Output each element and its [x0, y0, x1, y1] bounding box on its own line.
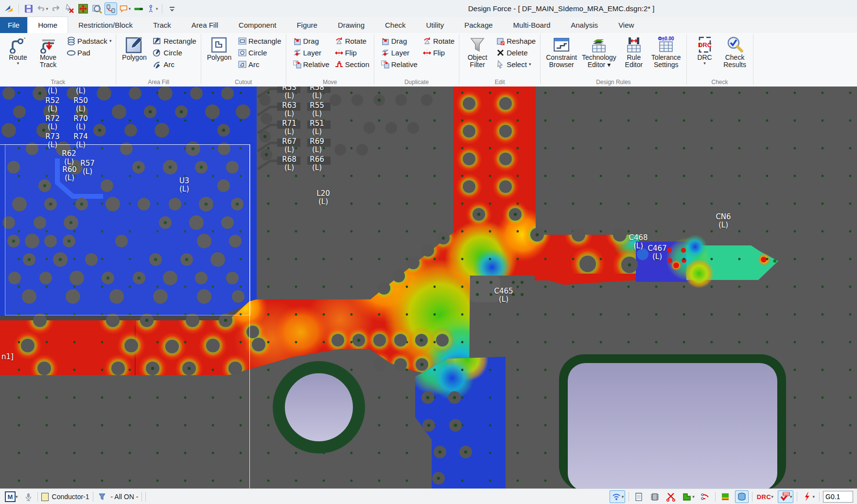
ribbon-group-track: Route▾Move TrackPadstack ▾PadTrack	[0, 33, 116, 87]
polygon-button[interactable]: Polygon	[120, 35, 149, 62]
layer-button[interactable]: Layer	[379, 47, 419, 58]
reference-label: C467 (L)	[647, 244, 666, 261]
tolerance-settings-button[interactable]: Φ±0.00Tolerance Settings	[649, 35, 683, 70]
constraint-browser-button[interactable]: Constraint Browser	[544, 35, 579, 70]
microphone-icon[interactable]	[22, 491, 34, 503]
save-button[interactable]	[23, 3, 35, 15]
button-label: Polygon	[207, 54, 232, 61]
reshape-button[interactable]: Reshape	[494, 35, 537, 47]
more-commands-button[interactable]	[166, 3, 178, 15]
wifi-button[interactable]: ▾	[610, 490, 626, 503]
reference-label: C468 (L)	[629, 234, 647, 250]
rule-editor-button[interactable]: Rule Editor	[619, 35, 648, 70]
post-check-button[interactable]: POST▾	[778, 490, 794, 503]
filter-state[interactable]: - All ON -	[111, 493, 139, 501]
flip-button[interactable]: Flip	[421, 47, 456, 58]
tab-file[interactable]: File	[0, 17, 27, 33]
bolt-icon	[802, 491, 812, 502]
tab-package[interactable]: Package	[454, 17, 503, 33]
pad-button[interactable]: Pad	[65, 47, 113, 58]
circle-button[interactable]: Circle	[151, 47, 198, 58]
tab-component[interactable]: Component	[228, 17, 287, 33]
comment-button[interactable]: ▾	[119, 3, 131, 15]
drag-button[interactable]: Drag	[291, 35, 331, 47]
circle-pencil-icon	[153, 48, 162, 57]
window-title: Design Force - [ DF_MAIN_SIdemo_MRA_EMC.…	[468, 0, 654, 17]
chevron-down-icon: ▾	[790, 494, 792, 499]
route-button[interactable]: Route▾	[3, 35, 33, 66]
filter-funnel-icon[interactable]	[97, 491, 107, 503]
tab-analysis[interactable]: Analysis	[560, 17, 608, 33]
drc-button[interactable]: DRCDRC▾	[690, 35, 719, 66]
padstack-button[interactable]: Padstack ▾	[65, 35, 113, 47]
polygon-green-button[interactable]: ▾	[681, 491, 696, 503]
delete-button[interactable]: Delete	[494, 47, 537, 58]
tolerance-settings-icon: Φ±0.00	[657, 35, 675, 54]
svg-text:DRC: DRC	[698, 41, 712, 49]
tab-check[interactable]: Check	[375, 17, 416, 33]
select-button[interactable]: Select ▾	[494, 58, 537, 70]
tab-drawing[interactable]: Drawing	[328, 17, 375, 33]
check-results-icon	[726, 35, 744, 54]
component-icon	[720, 491, 731, 502]
button-label: DRC	[697, 54, 712, 61]
arc-button[interactable]: Arc	[151, 58, 198, 70]
reference-label: R63 (L)	[282, 102, 297, 118]
drc-status[interactable]: DRC▾	[756, 491, 774, 503]
probe-button[interactable]: ▾	[146, 3, 158, 15]
delete-cursor-button[interactable]	[64, 3, 75, 15]
object-filter-button[interactable]: Object Filter	[463, 35, 492, 70]
move-track-button[interactable]: Move Track	[34, 35, 63, 70]
ribbon-group-check: DRCDRC▾Check ResultsCheck	[687, 33, 753, 87]
flip-button[interactable]: Flip	[333, 47, 371, 58]
circle-cutout-icon	[238, 48, 247, 57]
arc-button[interactable]: Arc	[236, 58, 283, 70]
cut-button[interactable]	[665, 491, 677, 503]
bolt-button[interactable]: ▾	[801, 491, 816, 503]
app-logo-button[interactable]	[3, 3, 15, 15]
notes-button[interactable]	[632, 491, 645, 503]
technology-editor-button[interactable]: Technology Editor ▾	[580, 35, 618, 70]
tab-restriction-block[interactable]: Restriction/Block	[68, 17, 143, 33]
chip-button[interactable]	[648, 491, 661, 503]
circle-button[interactable]: Circle	[236, 47, 283, 58]
tab-view[interactable]: View	[608, 17, 644, 33]
database-button[interactable]	[735, 490, 749, 503]
route-mode-icon	[105, 3, 116, 14]
polygon-button[interactable]: Polygon	[205, 35, 234, 62]
drag-button[interactable]: Drag	[379, 35, 419, 47]
reference-label: R53 (L)	[282, 87, 297, 100]
measure-button[interactable]	[133, 3, 144, 15]
section-button[interactable]: Section	[333, 58, 371, 70]
tab-area-fill[interactable]: Area Fill	[181, 17, 228, 33]
tab-home[interactable]: Home	[27, 17, 68, 33]
check-results-button[interactable]: Check Results	[720, 35, 750, 70]
tab-multi-board[interactable]: Multi-Board	[503, 17, 561, 33]
grid-value-input[interactable]	[823, 491, 853, 503]
rotate-button[interactable]: Rotate	[421, 35, 456, 47]
zoom-select-button[interactable]	[91, 3, 103, 15]
jumper-button[interactable]	[699, 491, 712, 503]
redo-button[interactable]	[50, 3, 62, 15]
layer-button[interactable]: Layer	[291, 47, 331, 58]
active-layer-name[interactable]: Conductor-1	[52, 493, 89, 501]
post-check-icon: POST	[779, 491, 790, 502]
component-button[interactable]	[719, 491, 732, 503]
rectangle-button[interactable]: Rectangle	[151, 35, 198, 47]
relative-button[interactable]: Relative	[379, 58, 419, 70]
tab-utility[interactable]: Utility	[416, 17, 455, 33]
tab-track[interactable]: Track	[143, 17, 181, 33]
undo-button[interactable]: ▾	[36, 3, 48, 15]
relative-button[interactable]: Relative	[291, 58, 331, 70]
notes-icon	[633, 491, 644, 502]
rotate-button[interactable]: Rotate	[333, 35, 371, 47]
fit-view-button[interactable]	[77, 3, 89, 15]
mode-menu[interactable]: M ▾	[4, 491, 19, 503]
database-icon	[736, 491, 747, 502]
tab-figure[interactable]: Figure	[286, 17, 328, 33]
pcb-canvas[interactable]: (L)(L)R52 (L)R50 (L)R72 (L)R70 (L)R73 (L…	[0, 87, 857, 488]
reference-label: CN6 (L)	[716, 213, 731, 229]
drag-icon	[293, 36, 302, 46]
route-mode-button[interactable]	[105, 2, 117, 15]
rectangle-button[interactable]: Rectangle	[236, 35, 283, 47]
